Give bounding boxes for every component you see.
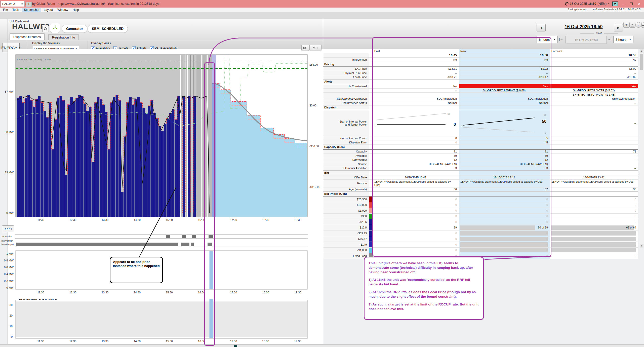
table-row: Dispatch Error045 [323, 140, 638, 145]
row-label: End of Interval Power [323, 136, 369, 140]
cell-now: 59 [459, 154, 550, 158]
constraint-link[interactable]: S>>BRBG_RBTU_WEWT ($-1.43) [573, 93, 615, 96]
bid-volume-bar [460, 248, 548, 253]
table-row: Start of Interval Powerand Target Power … [323, 110, 638, 136]
table-row: $20,300000 [323, 197, 638, 202]
close-button[interactable]: ✕ [636, 2, 642, 6]
version-label: ez2view Australia v9.14.51 | MMS v5.5 [593, 8, 640, 11]
table-scrollbar-thumb[interactable] [640, 54, 643, 70]
dispatch-chart[interactable] [0, 0, 325, 347]
cell-forecast: 0 [550, 236, 638, 242]
scroll-up-icon[interactable]: ▲ [640, 49, 643, 53]
row-label: SA1 Price [323, 67, 369, 71]
as-at-field[interactable]: 16 Oct 25 16:50 [566, 36, 607, 44]
scroll-down-icon[interactable]: ▼ [640, 244, 643, 248]
step-back-icon[interactable]: |← [559, 37, 563, 41]
nem-flag-icon[interactable]: ⚑ [612, 2, 618, 6]
section-header: Bid Prices (Gen) [323, 192, 369, 196]
cell-now: 71 [459, 150, 550, 154]
table-row: -$2.06000 [323, 219, 638, 225]
cell-forecast [550, 105, 638, 110]
bid-volume-bar [551, 231, 636, 236]
constraint-link[interactable]: S>>BRBG_RBTU_WEWT ($-0.88) [483, 89, 526, 92]
widgets-open-label: 1 widgets open [568, 8, 586, 11]
cell-past: 59 [373, 225, 459, 230]
nem-clock[interactable]: 16 Oct 2025 16:50 (NEM) ▼ [565, 2, 610, 6]
table-row: 16:4516:5016:55 [323, 53, 638, 58]
menu-bar-status: 1 widgets open ez2view Australia v9.14.5… [568, 8, 640, 11]
prev-interval-button[interactable]: ◀ [537, 24, 546, 31]
constraint-link[interactable]: 16/10/2025 13:42 [493, 176, 515, 179]
cell-now: 0 [459, 219, 550, 225]
row-label: Physical Run Price [323, 71, 369, 75]
column-header-now: Now [459, 49, 550, 53]
table-row: -$1,000000 [323, 248, 638, 253]
table-row: Offer Date16/10/2025 13:4216/10/2025 13:… [323, 175, 638, 180]
cell-forecast [550, 80, 638, 84]
row-label: Conformance Obligation [323, 97, 369, 101]
bid-reason-cell: 13:40~P~Availability statement (13:42~se… [550, 180, 638, 187]
favourite-star-icon[interactable]: ★ [623, 22, 629, 28]
camera-icon[interactable] [629, 22, 635, 28]
cell-past: 0 [373, 219, 459, 225]
window-after-select[interactable]: 3 hours▼ [613, 36, 633, 43]
cell-now: S>>BRBG_RBTU_WEWT ($-0.88) [459, 89, 550, 93]
cell-forecast: 0 [550, 253, 638, 259]
next-interval-button[interactable]: ▶ [614, 24, 623, 31]
row-label: -$66.87 [323, 236, 369, 242]
cell-past: 59 [373, 154, 459, 158]
constraint-link[interactable]: 16/10/2025 13:42 [583, 176, 605, 179]
constraint-link[interactable]: 16/10/2025 13:42 [405, 176, 426, 179]
cell-now: -$10.17 [459, 75, 550, 79]
svg-text:50: 50 [544, 113, 546, 116]
bid-reason-cell: 13:40~P~Availability statement (13:42~se… [459, 180, 550, 187]
current-datetime[interactable]: 16 Oct 2025 16:50 [553, 24, 614, 29]
row-label: Start of Interval Powerand Target Power [323, 110, 369, 136]
comment-icon[interactable] [641, 22, 644, 28]
cell-forecast: 71 [550, 150, 638, 154]
cell-past: No [373, 84, 459, 88]
minimize-button[interactable]: – [620, 2, 626, 6]
cell-forecast [550, 140, 638, 144]
cell-now: 0 [459, 230, 550, 236]
cell-past [373, 192, 459, 196]
cell-past: -- [373, 89, 459, 93]
step-forward-icon[interactable]: →| [607, 37, 611, 41]
window-before-select[interactable]: 6 hours▼ [537, 36, 558, 43]
cell-now: 16/10/2025 13:42 [459, 175, 550, 179]
cell-past: No [373, 58, 459, 62]
section-header: Alerts [323, 80, 369, 84]
svg-text:0: 0 [461, 124, 462, 127]
cell-forecast: 0 [550, 202, 638, 208]
cell-past: 0 [373, 136, 459, 140]
column-header-forecast: Forecast [550, 49, 638, 53]
table-scrollbar[interactable] [640, 49, 644, 248]
clock-time: 16:50 [588, 2, 596, 6]
restore-button[interactable] [628, 2, 634, 6]
bid-color-swatch [369, 214, 373, 219]
note-paragraph: This unit (like others we have seen in t… [369, 261, 479, 274]
section-row-dispatch: Dispatch [323, 105, 638, 110]
bid-color-swatch [369, 202, 373, 208]
row-label: -$39.99 [323, 230, 369, 236]
cell-forecast: 0 [550, 219, 638, 225]
cell-past: 16/10/2025 13:42 [373, 175, 459, 179]
help-icon[interactable]: ? [635, 22, 641, 28]
clock-date: 16 Oct 2025 [570, 2, 587, 6]
cell-now: Yes [459, 84, 550, 88]
cell-now: 12 [459, 158, 550, 162]
row-label [323, 89, 369, 93]
cell-now: -- [459, 71, 550, 75]
cell-forecast: -- [550, 166, 638, 170]
cell-forecast: 0 [550, 197, 638, 202]
cell-past: -$13.71 [373, 75, 459, 79]
bid-volume-bar [460, 242, 548, 247]
cell-now: UIGF-AEMO (AWEFS) [459, 162, 550, 166]
row-label: $300 [323, 214, 369, 219]
section-row-bid-prices-gen-: Bid Prices (Gen) [323, 191, 638, 197]
row-label: Available [323, 154, 369, 158]
bid-color-swatch [369, 197, 373, 202]
constraint-link[interactable]: S>>BRBG_RBTU_WTTP ($-5.62) [573, 89, 615, 92]
bid-color-swatch [369, 230, 373, 236]
table-row: End of Interval Power05 [323, 136, 638, 141]
